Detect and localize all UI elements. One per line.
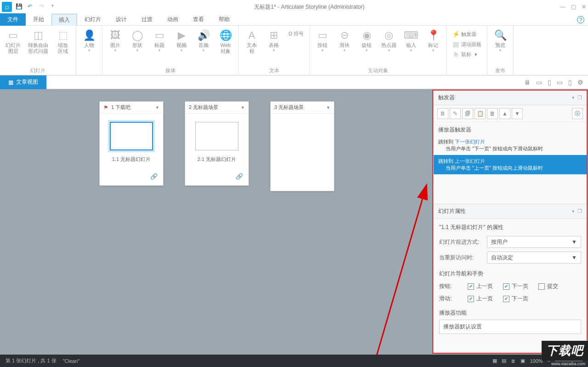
- undock-icon[interactable]: ❐: [577, 208, 582, 214]
- panel-title: 幻灯片属性: [438, 207, 466, 215]
- text-box-button[interactable]: A文本框: [242, 28, 262, 55]
- story-view-icon[interactable]: ▦: [492, 358, 497, 364]
- tablet-portrait-icon[interactable]: ▯: [547, 78, 552, 87]
- swipe-prev-checkbox[interactable]: ✔上一页: [468, 295, 493, 303]
- move-down-icon[interactable]: ▼: [512, 108, 523, 119]
- ribbon-group-interactive: ▭按钮▾ ⊝滑块▾ ◉旋钮▾ ◎热点题▾ ⌨输入▾ 📍标记▾ 互动对象: [310, 26, 447, 75]
- maximize-icon[interactable]: ▢: [571, 4, 576, 10]
- phone-landscape-icon[interactable]: ▭: [556, 78, 564, 87]
- mouse-button[interactable]: 🖱鼠标 ▾: [450, 50, 483, 59]
- slide-layer-button[interactable]: ▭幻灯片图层: [3, 28, 23, 55]
- dial-button[interactable]: ◉旋钮▾: [356, 28, 377, 53]
- paste-trigger-icon[interactable]: 📋: [475, 108, 486, 119]
- chevron-down-icon[interactable]: ▾: [572, 95, 575, 101]
- responsive-view-icons: 🖥 ▭ ▯ ▭ ▯ ⚙: [523, 78, 584, 87]
- scene-card-3[interactable]: 3 无标题场景▼: [270, 101, 334, 191]
- revisit-select[interactable]: 自动决定▼: [487, 252, 581, 264]
- group-label-slides: 幻灯片: [3, 66, 73, 75]
- watermark: 下载吧: [542, 341, 588, 361]
- slide-view-icon[interactable]: ▤: [502, 358, 506, 364]
- swipe-next-checkbox[interactable]: ✔下一页: [503, 295, 528, 303]
- hotspot-button[interactable]: ◎热点题▾: [379, 28, 399, 53]
- scene-menu-icon[interactable]: ▼: [155, 105, 159, 110]
- table-button[interactable]: ⊞表格▾: [264, 28, 284, 53]
- qat-dropdown-icon[interactable]: ▾: [51, 3, 59, 11]
- tablet-landscape-icon[interactable]: ▭: [535, 78, 543, 87]
- marker-button[interactable]: 📍标记▾: [423, 28, 443, 53]
- move-up-icon[interactable]: ▲: [499, 108, 510, 119]
- svg-line-0: [370, 186, 426, 361]
- symbol-button[interactable]: Ω 符号: [287, 29, 305, 38]
- scene-card-1[interactable]: ⚑1 下载吧▼ 1.1 无标题幻灯片 🔗: [99, 101, 164, 186]
- ribbon-group-text: A文本框 ⊞表格▾ Ω 符号 文本: [239, 26, 310, 75]
- trigger-item-prev[interactable]: 跳转到 上一张幻灯片 当用户单击 "上一页" 按钮或向上滑动鼠标时: [434, 155, 587, 174]
- story-view-tab[interactable]: ▦文章视图: [0, 75, 46, 89]
- close-icon[interactable]: ✕: [582, 4, 586, 10]
- copy-trigger-icon[interactable]: 🗐: [462, 108, 473, 119]
- desktop-icon[interactable]: 🖥: [523, 78, 531, 87]
- delete-trigger-icon[interactable]: 🗑: [487, 108, 498, 119]
- ribbon-tabs: 文件 开始 插入 幻灯片 设计 过渡 动画 查看 帮助 ?: [0, 14, 588, 26]
- undock-icon[interactable]: ❐: [577, 95, 582, 101]
- button-button[interactable]: ▭按钮▾: [312, 28, 333, 53]
- tab-animation[interactable]: 动画: [160, 13, 186, 26]
- tab-transition[interactable]: 过渡: [134, 13, 160, 26]
- web-object-button[interactable]: 🌐Web对象: [215, 28, 236, 55]
- undo-icon[interactable]: ↶: [28, 3, 35, 11]
- tab-view[interactable]: 查看: [186, 13, 211, 26]
- scene-title: 2 无标题场景: [189, 104, 218, 111]
- input-button[interactable]: ⌨输入▾: [401, 28, 421, 53]
- watermark-url: www.xiazaiba.com: [551, 361, 585, 366]
- caption-button[interactable]: ▭标题▾: [149, 28, 170, 53]
- slider-button[interactable]: ⊝滑块▾: [334, 28, 355, 53]
- new-trigger-icon[interactable]: 🗎: [437, 108, 448, 119]
- minimize-icon[interactable]: —: [560, 4, 565, 10]
- tab-help[interactable]: 帮助: [211, 13, 237, 26]
- status-bar: 第 1 张幻灯片 , 共 1 张 "Clean" ▦ ▤ 🗎 ▣ 100% −: [0, 355, 588, 367]
- group-label-media: 媒体: [105, 66, 236, 75]
- trigger-item-next[interactable]: 跳转到 下一张幻灯片 当用户单击 "下一页" 按钮或向下滑动鼠标时: [434, 136, 587, 155]
- slide-thumb-2-1[interactable]: [195, 122, 238, 150]
- video-button[interactable]: ▶视频▾: [171, 28, 192, 53]
- tab-insert[interactable]: 插入: [51, 14, 77, 26]
- player-defaults-button[interactable]: 播放器默认设置: [439, 320, 581, 334]
- theme-name: "Clean": [63, 358, 80, 364]
- swipe-label: 滑动:: [439, 295, 458, 303]
- save-icon[interactable]: 💾: [16, 3, 23, 11]
- phone-portrait-icon[interactable]: ▯: [567, 78, 573, 87]
- shape-button[interactable]: ◯形状▾: [127, 28, 147, 53]
- next-checkbox[interactable]: ✔下一页: [503, 282, 528, 290]
- help-icon[interactable]: ?: [577, 16, 584, 23]
- tab-slides[interactable]: 幻灯片: [77, 13, 108, 26]
- chevron-down-icon[interactable]: ▾: [572, 208, 575, 214]
- picture-button[interactable]: 🖼图片▾: [105, 28, 125, 53]
- prev-checkbox[interactable]: ✔上一页: [468, 282, 493, 290]
- character-button[interactable]: 👤人物▾: [79, 28, 99, 53]
- slide-thumb-1-1[interactable]: [110, 122, 153, 150]
- submit-checkbox[interactable]: 提交: [538, 282, 558, 290]
- preview-button[interactable]: 🔍预览▾: [490, 28, 510, 53]
- edit-trigger-icon[interactable]: ✎: [450, 108, 461, 119]
- story-canvas[interactable]: ⚑1 下载吧▼ 1.1 无标题幻灯片 🔗 2 无标题场景▼ 2.1 无标题幻灯片…: [0, 89, 432, 355]
- tab-design[interactable]: 设计: [108, 13, 134, 26]
- convert-freeform-button[interactable]: ◫转换自由形式问题: [25, 28, 51, 55]
- scroll-panel-button[interactable]: ▤滚动面板: [450, 40, 483, 49]
- fit-icon[interactable]: ▣: [520, 358, 525, 364]
- tab-home[interactable]: 开始: [26, 13, 51, 26]
- audio-button[interactable]: 🔊音频▾: [193, 28, 214, 53]
- scene-menu-icon[interactable]: ▼: [241, 105, 245, 110]
- side-panels: 触发器▾❐ 🗎 ✎ 🗐 📋 🗑 ▲ ▼ ⓧ 播放器触发器 跳转到 下一张幻灯片 …: [432, 90, 588, 354]
- gear-icon[interactable]: ⚙: [577, 78, 584, 87]
- variables-icon[interactable]: ⓧ: [572, 108, 583, 119]
- notes-icon[interactable]: 🗎: [511, 358, 516, 364]
- scene-menu-icon[interactable]: ▼: [326, 105, 330, 110]
- scene-card-2[interactable]: 2 无标题场景▼ 2.1 无标题幻灯片 🔗: [185, 101, 249, 186]
- slide-label: 1.1 无标题幻灯片: [112, 156, 151, 163]
- window-title: 无标题1* - Articulate Storyline (Administra…: [59, 3, 560, 11]
- redo-icon[interactable]: ↷: [40, 3, 47, 11]
- tab-file[interactable]: 文件: [0, 13, 26, 26]
- zoom-region-button[interactable]: ⬚缩放区域: [53, 28, 73, 55]
- advance-select[interactable]: 按用户▼: [487, 236, 581, 248]
- revisit-label: 当重新访问时:: [439, 254, 483, 262]
- trigger-button[interactable]: ⚡触发器: [450, 29, 483, 39]
